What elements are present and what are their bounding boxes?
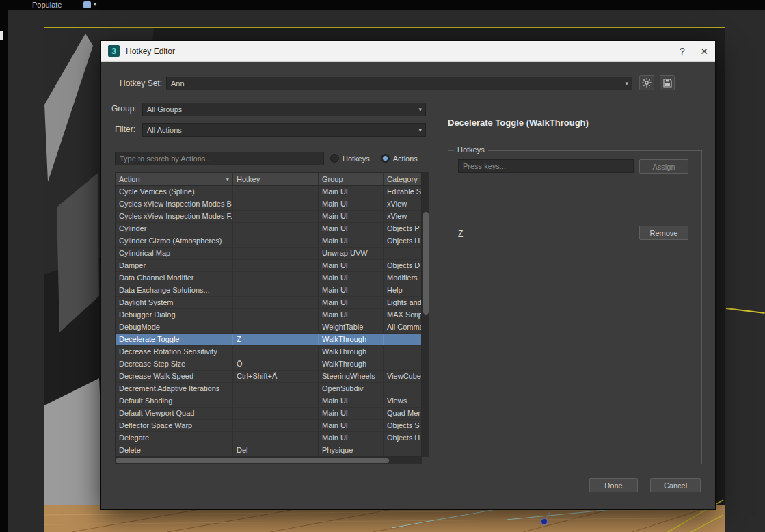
- table-row[interactable]: Default Viewport QuadMain UIQuad Mer: [116, 408, 421, 420]
- table-cell-group: SteeringWheels: [319, 371, 384, 382]
- table-row[interactable]: DebugModeWeightTableAll Comma: [116, 321, 421, 334]
- table-row[interactable]: Default ShadingMain UIViews: [116, 395, 421, 408]
- table-cell-action: Cycle Vertices (Spline): [116, 186, 233, 198]
- table-cell-hotkey: Õ: [233, 358, 319, 370]
- table-cell-hotkey: Z: [233, 334, 319, 345]
- table-row[interactable]: Decrease Walk SpeedCtrl+Shift+ÁSteeringW…: [116, 371, 421, 383]
- horizontal-scrollbar-thumb[interactable]: [116, 458, 389, 463]
- radio-actions-label[interactable]: Actions: [393, 155, 418, 163]
- radio-hotkeys-label[interactable]: Hotkeys: [343, 155, 370, 163]
- sort-arrow-icon[interactable]: ▾: [226, 173, 229, 185]
- table-cell-group: WeightTable: [319, 321, 384, 333]
- assigned-hotkey-value: Z: [458, 229, 463, 239]
- table-row[interactable]: Data Channel ModifierMain UIModifiers: [116, 272, 421, 284]
- table-row[interactable]: Data Exchange Solutions...Main UIHelp: [116, 284, 421, 297]
- table-cell-hotkey: [233, 211, 319, 222]
- table-row[interactable]: Decrease Step SizeÕWalkThrough: [116, 358, 421, 371]
- table-cell-category: Editable S: [384, 186, 421, 198]
- column-header-hotkey[interactable]: Hotkey: [233, 173, 319, 185]
- table-cell-group: Main UI: [319, 223, 384, 235]
- table-cell-action: Damper: [116, 260, 233, 271]
- table-cell-action: Daylight System: [116, 297, 233, 308]
- table-cell-group: Main UI: [319, 284, 384, 296]
- filter-dropdown[interactable]: All Actions ▾: [142, 123, 426, 137]
- chevron-down-icon: ▾: [418, 103, 422, 116]
- table-row[interactable]: Cylinder Gizmo (Atmospheres)Main UIObjec…: [116, 235, 421, 248]
- table-row[interactable]: Cycles xView Inspection Modes B...Main U…: [116, 198, 421, 211]
- group-dropdown[interactable]: All Groups ▾: [142, 103, 426, 116]
- filter-label: Filter:: [115, 124, 135, 134]
- table-cell-action: Default Viewport Quad: [116, 408, 233, 419]
- table-cell-group: Unwrap UVW: [319, 248, 384, 259]
- table-row[interactable]: Decelerate ToggleZWalkThrough: [116, 334, 421, 346]
- save-hotkey-set-button[interactable]: [660, 75, 675, 90]
- actions-table-header[interactable]: Action ▾ Hotkey Group Category: [116, 173, 421, 186]
- hotkey-set-label: Hotkey Set:: [120, 79, 162, 88]
- help-button[interactable]: ?: [671, 41, 693, 61]
- table-row[interactable]: Cylindrical MapUnwrap UVW: [116, 248, 421, 260]
- table-row[interactable]: Debugger DialogMain UIMAX Scrip: [116, 309, 421, 321]
- table-row[interactable]: DelegateMain UIObjects H: [116, 432, 421, 444]
- table-cell-category: [384, 248, 421, 259]
- gear-icon: [642, 78, 652, 88]
- table-cell-category: Quad Mer: [384, 408, 421, 419]
- table-cell-action: Data Channel Modifier: [116, 272, 233, 284]
- column-header-action[interactable]: Action ▾: [116, 173, 233, 185]
- table-cell-category: All Comma: [384, 321, 421, 333]
- table-row[interactable]: Deflector Space WarpMain UIObjects S: [116, 420, 421, 432]
- vertical-scrollbar[interactable]: [422, 172, 429, 457]
- close-button[interactable]: ✕: [693, 41, 715, 61]
- table-cell-category: Views: [384, 395, 421, 407]
- table-cell-action: Cylinder Gizmo (Atmospheres): [116, 235, 233, 247]
- table-cell-hotkey: [233, 297, 319, 308]
- table-cell-group: Main UI: [319, 420, 384, 431]
- table-row[interactable]: DamperMain UIObjects D: [116, 260, 421, 272]
- table-cell-action: Decrease Rotation Sensitivity: [116, 346, 233, 358]
- table-cell-group: OpenSubdiv: [319, 383, 384, 395]
- table-cell-category: Objects H: [384, 432, 421, 444]
- hotkey-set-dropdown[interactable]: Ann ▾: [166, 77, 632, 90]
- screen: e Populate ▾ 3 Hotkey Editor ? ✕ Hotkey …: [0, 0, 765, 532]
- horizontal-scrollbar[interactable]: [115, 457, 422, 464]
- table-cell-hotkey: [233, 198, 319, 210]
- table-row[interactable]: Decrease Rotation SensitivityWalkThrough: [116, 346, 421, 358]
- table-cell-category: xView: [384, 198, 421, 210]
- table-cell-action: Default Shading: [116, 395, 233, 407]
- table-row[interactable]: DeleteDelPhysique: [116, 444, 421, 457]
- menu-populate[interactable]: Populate: [32, 1, 62, 9]
- table-cell-category: Objects H: [384, 235, 421, 247]
- done-button[interactable]: Done: [589, 478, 638, 492]
- table-cell-hotkey: [233, 420, 319, 431]
- hotkey-set-value: Ann: [171, 79, 185, 88]
- assign-button[interactable]: Assign: [639, 159, 688, 174]
- table-cell-category: Objects S: [384, 420, 421, 431]
- hotkeys-groupbox-label: Hotkeys: [454, 146, 488, 154]
- column-header-group[interactable]: Group: [319, 173, 384, 185]
- hotkey-set-settings-button[interactable]: [639, 75, 654, 90]
- remove-button[interactable]: Remove: [639, 226, 688, 240]
- table-row[interactable]: Decrement Adaptive IterationsOpenSubdiv: [116, 383, 421, 395]
- chevron-down-icon[interactable]: ▾: [94, 1, 96, 8]
- press-keys-input[interactable]: [458, 159, 634, 173]
- column-header-category[interactable]: Category: [384, 173, 421, 185]
- table-row[interactable]: Daylight SystemMain UILights and: [116, 297, 421, 309]
- radio-hotkeys[interactable]: [330, 154, 339, 163]
- table-row[interactable]: Cycles xView Inspection Modes F...Main U…: [116, 211, 421, 223]
- table-cell-action: DebugMode: [116, 321, 233, 333]
- populate-icon[interactable]: [83, 1, 91, 8]
- actions-table: Action ▾ Hotkey Group Category Cycle Ver…: [115, 172, 422, 457]
- table-cell-action: Delete: [116, 444, 233, 456]
- vertical-scrollbar-thumb[interactable]: [423, 212, 429, 315]
- top-menubar: e Populate ▾: [0, 0, 765, 10]
- search-input[interactable]: [115, 152, 324, 165]
- cancel-button[interactable]: Cancel: [650, 478, 701, 492]
- table-row[interactable]: CylinderMain UIObjects P: [116, 223, 421, 235]
- radio-actions[interactable]: [381, 154, 390, 163]
- table-row[interactable]: Cycle Vertices (Spline)Main UIEditable S: [116, 186, 421, 198]
- save-icon: [663, 79, 672, 88]
- filter-value: All Actions: [147, 126, 182, 134]
- dialog-titlebar[interactable]: 3 Hotkey Editor ? ✕: [101, 41, 715, 62]
- table-cell-action: Decrease Walk Speed: [116, 371, 233, 382]
- selected-action-title: Decelerate Toggle (WalkThrough): [448, 118, 589, 128]
- table-cell-action: Debugger Dialog: [116, 309, 233, 321]
